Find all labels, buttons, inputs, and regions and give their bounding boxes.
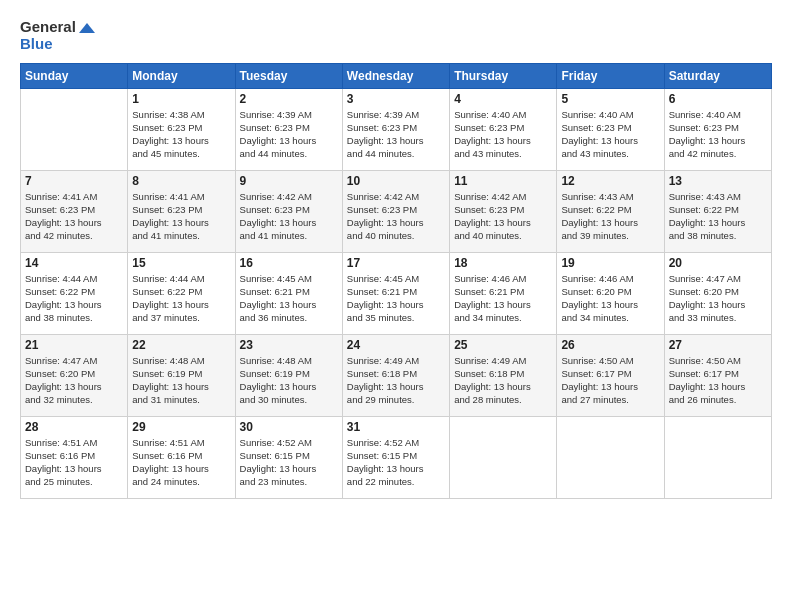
calendar-day-cell: 4Sunrise: 4:40 AM Sunset: 6:23 PM Daylig… — [450, 88, 557, 170]
day-info: Sunrise: 4:40 AM Sunset: 6:23 PM Dayligh… — [561, 108, 659, 161]
day-number: 10 — [347, 174, 445, 188]
day-info: Sunrise: 4:51 AM Sunset: 6:16 PM Dayligh… — [132, 436, 230, 489]
day-info: Sunrise: 4:40 AM Sunset: 6:23 PM Dayligh… — [669, 108, 767, 161]
day-of-week-header: Tuesday — [235, 63, 342, 88]
calendar-day-cell: 16Sunrise: 4:45 AM Sunset: 6:21 PM Dayli… — [235, 252, 342, 334]
calendar-header-row: SundayMondayTuesdayWednesdayThursdayFrid… — [21, 63, 772, 88]
day-number: 24 — [347, 338, 445, 352]
day-of-week-header: Friday — [557, 63, 664, 88]
calendar-day-cell: 12Sunrise: 4:43 AM Sunset: 6:22 PM Dayli… — [557, 170, 664, 252]
calendar-day-cell — [664, 416, 771, 498]
day-info: Sunrise: 4:49 AM Sunset: 6:18 PM Dayligh… — [347, 354, 445, 407]
calendar-day-cell: 13Sunrise: 4:43 AM Sunset: 6:22 PM Dayli… — [664, 170, 771, 252]
calendar-day-cell: 14Sunrise: 4:44 AM Sunset: 6:22 PM Dayli… — [21, 252, 128, 334]
day-number: 13 — [669, 174, 767, 188]
calendar-week-row: 1Sunrise: 4:38 AM Sunset: 6:23 PM Daylig… — [21, 88, 772, 170]
calendar-day-cell: 11Sunrise: 4:42 AM Sunset: 6:23 PM Dayli… — [450, 170, 557, 252]
calendar-day-cell: 30Sunrise: 4:52 AM Sunset: 6:15 PM Dayli… — [235, 416, 342, 498]
day-info: Sunrise: 4:44 AM Sunset: 6:22 PM Dayligh… — [25, 272, 123, 325]
day-of-week-header: Wednesday — [342, 63, 449, 88]
day-info: Sunrise: 4:39 AM Sunset: 6:23 PM Dayligh… — [240, 108, 338, 161]
day-number: 16 — [240, 256, 338, 270]
day-info: Sunrise: 4:50 AM Sunset: 6:17 PM Dayligh… — [669, 354, 767, 407]
logo-text: General Blue — [20, 18, 95, 53]
day-number: 12 — [561, 174, 659, 188]
calendar-day-cell: 23Sunrise: 4:48 AM Sunset: 6:19 PM Dayli… — [235, 334, 342, 416]
day-info: Sunrise: 4:43 AM Sunset: 6:22 PM Dayligh… — [669, 190, 767, 243]
day-number: 18 — [454, 256, 552, 270]
day-info: Sunrise: 4:45 AM Sunset: 6:21 PM Dayligh… — [347, 272, 445, 325]
day-of-week-header: Saturday — [664, 63, 771, 88]
day-number: 6 — [669, 92, 767, 106]
calendar-day-cell: 2Sunrise: 4:39 AM Sunset: 6:23 PM Daylig… — [235, 88, 342, 170]
day-info: Sunrise: 4:48 AM Sunset: 6:19 PM Dayligh… — [240, 354, 338, 407]
calendar-week-row: 14Sunrise: 4:44 AM Sunset: 6:22 PM Dayli… — [21, 252, 772, 334]
calendar-day-cell: 9Sunrise: 4:42 AM Sunset: 6:23 PM Daylig… — [235, 170, 342, 252]
day-number: 17 — [347, 256, 445, 270]
day-info: Sunrise: 4:47 AM Sunset: 6:20 PM Dayligh… — [669, 272, 767, 325]
calendar-week-row: 7Sunrise: 4:41 AM Sunset: 6:23 PM Daylig… — [21, 170, 772, 252]
page-header: General Blue — [20, 18, 772, 53]
day-info: Sunrise: 4:49 AM Sunset: 6:18 PM Dayligh… — [454, 354, 552, 407]
day-of-week-header: Sunday — [21, 63, 128, 88]
calendar-day-cell: 26Sunrise: 4:50 AM Sunset: 6:17 PM Dayli… — [557, 334, 664, 416]
day-of-week-header: Thursday — [450, 63, 557, 88]
calendar-day-cell: 7Sunrise: 4:41 AM Sunset: 6:23 PM Daylig… — [21, 170, 128, 252]
calendar-day-cell: 1Sunrise: 4:38 AM Sunset: 6:23 PM Daylig… — [128, 88, 235, 170]
calendar-day-cell: 29Sunrise: 4:51 AM Sunset: 6:16 PM Dayli… — [128, 416, 235, 498]
day-info: Sunrise: 4:40 AM Sunset: 6:23 PM Dayligh… — [454, 108, 552, 161]
day-info: Sunrise: 4:42 AM Sunset: 6:23 PM Dayligh… — [240, 190, 338, 243]
day-number: 27 — [669, 338, 767, 352]
day-info: Sunrise: 4:42 AM Sunset: 6:23 PM Dayligh… — [454, 190, 552, 243]
calendar-table: SundayMondayTuesdayWednesdayThursdayFrid… — [20, 63, 772, 499]
calendar-day-cell: 8Sunrise: 4:41 AM Sunset: 6:23 PM Daylig… — [128, 170, 235, 252]
day-number: 26 — [561, 338, 659, 352]
day-number: 3 — [347, 92, 445, 106]
day-info: Sunrise: 4:45 AM Sunset: 6:21 PM Dayligh… — [240, 272, 338, 325]
day-number: 14 — [25, 256, 123, 270]
calendar-day-cell: 24Sunrise: 4:49 AM Sunset: 6:18 PM Dayli… — [342, 334, 449, 416]
calendar-day-cell: 10Sunrise: 4:42 AM Sunset: 6:23 PM Dayli… — [342, 170, 449, 252]
calendar-day-cell — [557, 416, 664, 498]
day-info: Sunrise: 4:43 AM Sunset: 6:22 PM Dayligh… — [561, 190, 659, 243]
calendar-week-row: 21Sunrise: 4:47 AM Sunset: 6:20 PM Dayli… — [21, 334, 772, 416]
day-of-week-header: Monday — [128, 63, 235, 88]
calendar-day-cell: 15Sunrise: 4:44 AM Sunset: 6:22 PM Dayli… — [128, 252, 235, 334]
day-info: Sunrise: 4:39 AM Sunset: 6:23 PM Dayligh… — [347, 108, 445, 161]
day-number: 22 — [132, 338, 230, 352]
day-info: Sunrise: 4:41 AM Sunset: 6:23 PM Dayligh… — [25, 190, 123, 243]
logo: General Blue — [20, 18, 95, 53]
calendar-day-cell: 19Sunrise: 4:46 AM Sunset: 6:20 PM Dayli… — [557, 252, 664, 334]
calendar-day-cell: 27Sunrise: 4:50 AM Sunset: 6:17 PM Dayli… — [664, 334, 771, 416]
day-info: Sunrise: 4:41 AM Sunset: 6:23 PM Dayligh… — [132, 190, 230, 243]
day-number: 30 — [240, 420, 338, 434]
calendar-day-cell: 28Sunrise: 4:51 AM Sunset: 6:16 PM Dayli… — [21, 416, 128, 498]
day-number: 15 — [132, 256, 230, 270]
calendar-day-cell: 21Sunrise: 4:47 AM Sunset: 6:20 PM Dayli… — [21, 334, 128, 416]
day-info: Sunrise: 4:52 AM Sunset: 6:15 PM Dayligh… — [347, 436, 445, 489]
day-info: Sunrise: 4:46 AM Sunset: 6:20 PM Dayligh… — [561, 272, 659, 325]
day-number: 1 — [132, 92, 230, 106]
calendar-day-cell — [450, 416, 557, 498]
day-number: 21 — [25, 338, 123, 352]
day-number: 11 — [454, 174, 552, 188]
day-info: Sunrise: 4:50 AM Sunset: 6:17 PM Dayligh… — [561, 354, 659, 407]
calendar-day-cell: 3Sunrise: 4:39 AM Sunset: 6:23 PM Daylig… — [342, 88, 449, 170]
day-info: Sunrise: 4:47 AM Sunset: 6:20 PM Dayligh… — [25, 354, 123, 407]
calendar-day-cell: 25Sunrise: 4:49 AM Sunset: 6:18 PM Dayli… — [450, 334, 557, 416]
day-info: Sunrise: 4:48 AM Sunset: 6:19 PM Dayligh… — [132, 354, 230, 407]
calendar-day-cell: 18Sunrise: 4:46 AM Sunset: 6:21 PM Dayli… — [450, 252, 557, 334]
calendar-day-cell: 20Sunrise: 4:47 AM Sunset: 6:20 PM Dayli… — [664, 252, 771, 334]
day-number: 28 — [25, 420, 123, 434]
day-number: 25 — [454, 338, 552, 352]
calendar-day-cell: 6Sunrise: 4:40 AM Sunset: 6:23 PM Daylig… — [664, 88, 771, 170]
calendar-day-cell: 5Sunrise: 4:40 AM Sunset: 6:23 PM Daylig… — [557, 88, 664, 170]
calendar-week-row: 28Sunrise: 4:51 AM Sunset: 6:16 PM Dayli… — [21, 416, 772, 498]
calendar-day-cell: 22Sunrise: 4:48 AM Sunset: 6:19 PM Dayli… — [128, 334, 235, 416]
day-info: Sunrise: 4:52 AM Sunset: 6:15 PM Dayligh… — [240, 436, 338, 489]
day-info: Sunrise: 4:44 AM Sunset: 6:22 PM Dayligh… — [132, 272, 230, 325]
day-number: 2 — [240, 92, 338, 106]
day-number: 23 — [240, 338, 338, 352]
calendar-day-cell: 17Sunrise: 4:45 AM Sunset: 6:21 PM Dayli… — [342, 252, 449, 334]
day-number: 4 — [454, 92, 552, 106]
